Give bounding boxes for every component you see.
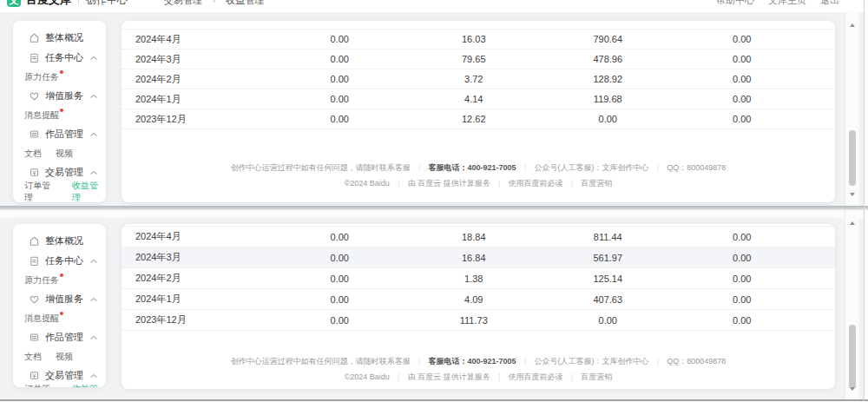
trade-icon [28,167,40,179]
chevron-up-icon[interactable] [89,335,98,340]
value-cell: 0.00 [273,253,407,263]
value-cell: 79.65 [407,54,542,64]
sidebar-subitem-videos[interactable]: 视频 [56,351,73,363]
footer-must-read-link[interactable]: 使用百度前必读 [509,372,563,381]
sidebar-subitem-orders[interactable]: 订单管理 [24,180,58,203]
sidebar-item-value-services[interactable]: 增值服务 [13,289,106,309]
wenku-logo-icon[interactable]: 文 [7,0,21,7]
topbar-links: 帮助中心 文库主页 退出 [716,0,839,7]
footer-wechat: 公众号(人工客服)：文库创作中心 [534,357,648,366]
table-row[interactable]: 2024年2月 0.00 3.72 128.92 0.00 [122,69,835,89]
wenku-home-link[interactable]: 文库主页 [768,0,806,7]
scrollbar-thumb[interactable] [849,130,856,186]
scrollbar-down-arrow[interactable] [845,190,859,199]
sidebar-item-works[interactable]: 作品管理 [13,124,106,144]
footer-separator: ｜ [569,372,576,381]
sidebar-subitem-message-remind[interactable]: 消息提醒 [24,109,63,122]
sidebar-subitem-income[interactable]: 收益管理 [72,383,106,388]
value-cell: 12.62 [407,114,542,124]
value-cell: 561.97 [541,253,675,263]
scrollbar-track[interactable] [845,12,859,206]
chevron-up-icon[interactable] [89,132,98,137]
table-row[interactable]: 2023年12月 0.00 111.73 0.00 0.00 [122,310,835,331]
sidebar-subitem-force-task[interactable]: 原力任务 [24,274,63,287]
sidebar-subitems-value: 消息提醒 [13,309,106,327]
chevron-up-icon[interactable] [89,259,98,264]
scrollbar-down-arrow[interactable] [845,385,859,393]
help-link[interactable]: 帮助中心 [716,0,754,7]
sidebar-subitem-docs[interactable]: 文档 [24,148,42,160]
value-cell: 0.00 [675,54,810,64]
footer-wechat: 公众号(人工客服)：文库创作中心 [534,163,648,172]
sidebar-item-works[interactable]: 作品管理 [13,327,106,347]
value-cell: 0.00 [273,74,407,84]
scrollbar-track[interactable] [845,210,859,400]
footer-marketing-link[interactable]: 百度营销 [581,372,612,381]
topbar: 文 百度文库 创作中心 交易管理 › 收益管理 帮助中心 文库主页 退出 [0,0,864,12]
footer-phone: 客服电话：400-921-7005 [429,357,516,366]
value-cell: 811.44 [541,232,675,242]
task-icon [28,52,40,64]
value-cell: 0.00 [273,232,407,242]
sidebar-subitem-orders[interactable]: 订单管理 [24,383,58,388]
footer-marketing-link[interactable]: 百度营销 [581,179,612,188]
panel-1: 整体概况 任务中心 原力任务 增值服务 [0,12,864,206]
table-row[interactable]: 2024年1月 0.00 4.09 407.63 0.00 [122,289,835,310]
sidebar-subitem-income[interactable]: 收益管理 [72,180,106,203]
panel-top-strip [0,210,864,218]
scrollbar-up-arrow[interactable] [845,21,859,30]
sidebar-item-label: 交易管理 [45,166,83,179]
month-cell: 2023年12月 [135,313,273,326]
sidebar-subitem-force-task[interactable]: 原力任务 [24,71,63,83]
sidebar-subitems-works: 文档 视频 [13,347,106,366]
nav-item-trade[interactable]: 交易管理 [164,0,202,7]
notification-dot [60,109,63,112]
nav-item-income[interactable]: 收益管理 [226,0,264,7]
value-cell: 119.68 [541,94,675,104]
logout-link[interactable]: 退出 [820,0,839,7]
footer-separator: ｜ [395,179,403,188]
table-row[interactable]: 2024年4月 0.00 18.84 811.44 0.00 [122,227,835,247]
footer-must-read-link[interactable]: 使用百度前必读 [509,179,563,188]
value-cell: 0.00 [541,315,675,326]
footer-cloud-link[interactable]: 由 百度云 提供计算服务 [408,372,490,381]
value-cell: 16.03 [407,34,542,44]
value-cell: 125.14 [541,273,675,284]
footer-separator: ｜ [416,357,424,366]
footer-cloud-link[interactable]: 由 百度云 提供计算服务 [408,179,490,188]
footer-separator: ｜ [416,163,424,172]
sidebar-item-value-services[interactable]: 增值服务 [13,86,106,106]
chevron-up-icon[interactable] [89,297,98,302]
month-cell: 2024年2月 [135,272,273,285]
table-row[interactable]: 2024年4月 0.00 16.03 790.64 0.00 [122,30,835,49]
footer-separator: ｜ [569,179,576,188]
sidebar-item-overview[interactable]: 整体概况 [13,231,106,251]
scrollbar-thumb[interactable] [849,325,856,389]
sidebar-item-task-center[interactable]: 任务中心 [13,48,106,68]
value-cell: 0.00 [675,232,810,242]
sidebar-item-overview[interactable]: 整体概况 [13,28,106,48]
sidebar-subitem-docs[interactable]: 文档 [24,351,42,363]
table-row-highlighted[interactable]: 2024年3月 0.00 16.84 561.97 0.00 [122,247,835,268]
chevron-up-icon[interactable] [89,373,98,379]
value-cell: 0.00 [675,253,810,263]
brand-title[interactable]: 百度文库 [26,0,71,8]
sidebar-subitems-task: 原力任务 [13,68,106,86]
table-top-divider [122,21,835,30]
sidebar-item-task-center[interactable]: 任务中心 [13,251,106,271]
table-row[interactable]: 2024年1月 0.00 4.14 119.68 0.00 [122,89,835,109]
table-row[interactable]: 2024年3月 0.00 79.65 478.96 0.00 [122,49,835,69]
value-cell: 0.00 [273,273,407,284]
sidebar-subitem-videos[interactable]: 视频 [56,148,73,160]
sidebar-subitem-message-remind[interactable]: 消息提醒 [24,313,63,325]
chevron-up-icon[interactable] [89,94,98,99]
table-row[interactable]: 2024年2月 0.00 1.38 125.14 0.00 [122,268,835,289]
works-icon [28,332,40,344]
table-row[interactable]: 2023年12月 0.00 12.62 0.00 0.00 [122,109,835,129]
chevron-up-icon[interactable] [89,170,98,175]
notification-dot [60,273,63,277]
value-cell: 0.00 [273,54,407,64]
window-divider [0,206,868,210]
scrollbar-up-arrow[interactable] [845,219,859,227]
chevron-up-icon[interactable] [89,56,98,61]
